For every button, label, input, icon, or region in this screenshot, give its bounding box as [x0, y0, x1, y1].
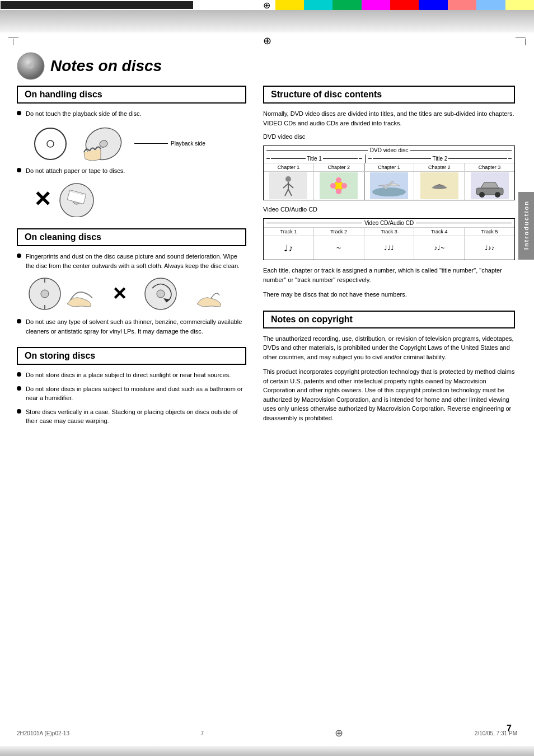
svg-point-28	[330, 183, 336, 189]
bottom-reg-mark: ⊕	[335, 727, 343, 739]
storing-header: On storing discs	[17, 347, 246, 365]
vcd-tracks-row: Track 1 Track 2 Track 3 Track 4 Track 5	[264, 227, 514, 236]
page-title: Notes on discs	[50, 57, 162, 75]
track5: Track 5	[465, 228, 514, 236]
chapter2: Chapter 2	[314, 163, 364, 171]
music3: ♩♩♩	[364, 236, 415, 260]
dvd-title2: Title 2	[366, 154, 514, 163]
disc-handling-illustration: Playback side	[34, 124, 246, 163]
main-content: On handling discs Do not touch the playb…	[0, 80, 534, 437]
bullet-dot	[17, 319, 21, 323]
right-column: Structure of disc contents Normally, DVD…	[257, 80, 515, 437]
dvd-section-label: DVD video disc	[263, 133, 515, 140]
music1: ♩♪	[264, 236, 314, 260]
bottom-bar	[0, 746, 534, 756]
copyright-header: Notes on copyright	[263, 311, 515, 328]
disc-clean-wrong	[144, 277, 177, 311]
chapter4: Chapter 2	[414, 163, 465, 171]
side-tab: Introduction	[518, 192, 534, 260]
dvd-outer-label-row: DVD video disc	[264, 146, 514, 154]
disc-side-view	[34, 127, 67, 161]
cleaning-bullet1: Fingerprints and dust on the disc cause …	[17, 252, 246, 270]
copyright-para2: This product incorporates copyright prot…	[263, 367, 515, 422]
footer-left: 2H20101A (E)p02-13	[17, 730, 69, 736]
disc-clean-correct	[28, 277, 62, 311]
page-title-area: Notes on discs	[0, 49, 534, 80]
dvd-title1: Title 1	[264, 154, 366, 163]
bullet-dot	[17, 386, 21, 391]
chapter5: Chapter 3	[465, 163, 514, 171]
hand-wipe-wrong	[194, 279, 225, 309]
vcd-section-label: Video CD/Audio CD	[263, 206, 515, 213]
cleaning-illustration: ✕	[28, 277, 246, 311]
music2: ~	[314, 236, 364, 260]
handling-section: On handling discs Do not touch the playb…	[17, 86, 246, 217]
music4: ♪♩~	[414, 236, 465, 260]
structure-desc: Normally, DVD video discs are divided in…	[263, 109, 515, 128]
handling-header: On handling discs	[17, 86, 246, 104]
disc-with-tape	[57, 181, 96, 217]
center-reg-mark: ⊕	[263, 35, 271, 47]
dvd-diagram: DVD video disc Title 1	[263, 145, 515, 200]
cleaning-section: On cleaning discs Fingerprints and dust …	[17, 228, 246, 336]
storing-bullet3: Store discs vertically in a case. Stacki…	[17, 407, 246, 426]
dvd-thumbnails-row	[264, 171, 514, 200]
black-bar-left	[1, 1, 193, 9]
track1: Track 1	[264, 228, 314, 236]
footer-center: 7	[200, 730, 204, 736]
svg-point-2	[35, 128, 66, 159]
thumb3	[364, 172, 415, 200]
hand-disc-illustration	[73, 124, 123, 163]
top-color-bar: ⊕	[0, 0, 534, 10]
crop-marks-top: ⊕	[0, 32, 534, 49]
dvd-chapters-row: Chapter 1 Chapter 2 Chapter 1 Chapter 2 …	[264, 163, 514, 171]
track3: Track 3	[364, 228, 415, 236]
copyright-para1: The unauthorized recording, use, distrib…	[263, 334, 515, 362]
track4: Track 4	[414, 228, 465, 236]
structure-header: Structure of disc contents	[263, 86, 515, 104]
music5: ♩♪♪	[465, 236, 514, 260]
svg-point-31	[372, 187, 406, 196]
svg-point-15	[157, 290, 165, 298]
white-bar-left	[194, 1, 259, 9]
cleaning-header: On cleaning discs	[17, 228, 246, 246]
svg-point-1	[28, 63, 34, 69]
thumb4	[414, 172, 465, 200]
x-mark-cleaning: ✕	[112, 283, 127, 304]
svg-point-11	[41, 290, 49, 298]
playback-label-area: Playback side	[134, 140, 205, 147]
svg-point-29	[341, 183, 347, 189]
color-strip-right	[275, 0, 534, 10]
chapter1: Chapter 1	[264, 163, 314, 171]
left-column: On handling discs Do not touch the playb…	[17, 80, 257, 437]
cleaning-bullet2: Do not use any type of solvent such as t…	[17, 317, 246, 336]
track2: Track 2	[314, 228, 364, 236]
vcd-icons-row: ♩♪ ~ ♩♩♩ ♪♩~ ♩♪♪	[264, 236, 514, 260]
each-title-text: Each title, chapter or track is assigned…	[263, 266, 515, 284]
svg-point-26	[336, 177, 341, 183]
vcd-diagram: Video CD/Audio CD Track 1 Track 2 Track …	[263, 218, 515, 260]
svg-point-18	[285, 176, 291, 182]
bullet-dot	[17, 409, 21, 414]
handling-bullet1: Do not touch the playback side of the di…	[17, 109, 246, 119]
correct-cleaning	[28, 277, 95, 311]
storing-bullet2: Do not store discs in places subject to …	[17, 384, 246, 403]
thumb2	[314, 172, 364, 200]
no-tape-illustration: ✕	[34, 181, 246, 217]
vcd-outer-label-row: Video CD/Audio CD	[264, 219, 514, 227]
structure-section: Structure of disc contents Normally, DVD…	[263, 86, 515, 299]
thumb1	[264, 172, 314, 200]
svg-point-27	[336, 189, 341, 194]
gray-header-band	[0, 10, 534, 32]
svg-point-3	[47, 140, 54, 147]
title-icon	[17, 52, 45, 80]
svg-point-35	[479, 192, 485, 198]
storing-section: On storing discs Do not store discs in a…	[17, 347, 246, 426]
dvd-titles-row: Title 1 Title 2	[264, 154, 514, 163]
thumb5	[465, 172, 514, 200]
bullet-dot	[17, 168, 21, 172]
page-number: 7	[507, 724, 512, 734]
bullet-dot	[17, 372, 21, 377]
bullet-dot	[17, 253, 21, 258]
svg-point-36	[495, 192, 500, 198]
